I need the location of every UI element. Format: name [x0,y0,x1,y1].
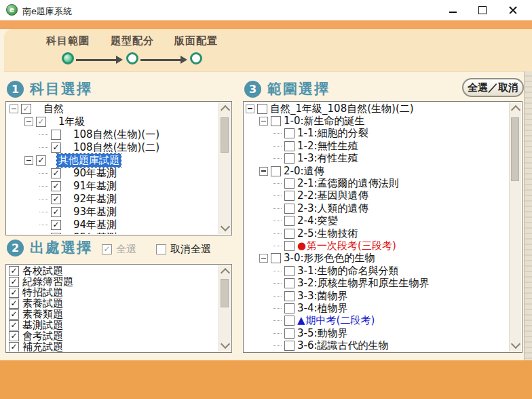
tree-checkbox[interactable]: ✓ [284,241,294,251]
tree-checkbox[interactable]: ✓ [51,207,61,217]
scroll-up-icon[interactable] [221,268,230,278]
tree-item-label[interactable]: 93年基測 [72,206,118,218]
tree-checkbox[interactable]: ✓ [284,278,294,288]
tree-checkbox[interactable]: ✓ [257,104,267,114]
tree-item-label[interactable]: 95年基測 [72,231,118,234]
tree-checkbox[interactable]: ✓ [284,291,294,301]
source-scrollbar[interactable] [218,265,231,352]
tree-item-label[interactable]: 3-2:原核生物界和原生生物界 [296,277,431,290]
tree-item-label[interactable]: 自然 [42,102,65,115]
tree-row[interactable]: ✓1年級 [7,115,219,128]
tree-item-label[interactable]: 2-1:孟德爾的遺傳法則 [296,177,400,190]
tree-checkbox[interactable]: ✓ [271,166,281,176]
checkbox-icon[interactable]: ✓ [156,244,166,254]
scope-scrollbar[interactable] [509,102,521,352]
tree-row[interactable]: ✓2-3:人類的遺傳 [244,202,510,214]
tree-checkbox[interactable]: ✓ [271,253,281,263]
tree-checkbox[interactable]: ✓ [51,168,61,178]
tree-item-label[interactable]: 91年基測 [72,180,118,193]
tree-checkbox[interactable]: ✓ [284,328,294,339]
tree-row[interactable]: ✓94年基測 [7,218,219,231]
tree-item-label[interactable]: 2-4:突變 [296,214,339,227]
tree-item-label[interactable]: 2-2:基因與遺傳 [296,189,370,202]
tree-item-label[interactable]: 1年級 [57,115,87,128]
tree-item-label[interactable]: 1-1:細胞的分裂 [296,127,370,140]
tree-checkbox[interactable]: ✓ [271,116,281,126]
list-checkbox[interactable]: ✓ [9,309,19,320]
tree-item-label[interactable]: 3-5:動物界 [296,327,349,340]
tree-item-label[interactable]: 1-0:新生命的誕生 [282,115,366,128]
checkbox-icon[interactable]: ✓ [102,244,112,254]
tree-expander-icon[interactable] [24,117,33,126]
tree-checkbox[interactable]: ✓ [51,142,61,153]
tree-checkbox[interactable]: ✓ [51,233,61,234]
list-checkbox[interactable]: ✓ [9,342,19,352]
tree-checkbox[interactable]: ✓ [284,178,294,189]
list-item[interactable]: ✓補充試題 [7,341,219,352]
scrollbar-thumb[interactable] [511,117,519,181]
tree-row[interactable]: ✓90年基測 [7,167,219,180]
tree-row[interactable]: ✓3-3:菌物界 [244,290,510,302]
tree-item-label[interactable]: 其他題庫試題 [57,154,121,167]
tree-checkbox[interactable]: ✓ [51,220,61,230]
tree-item-label[interactable]: 3-3:菌物界 [296,290,349,303]
tree-row[interactable]: ✓●第一次段考(三段考) [244,240,510,252]
scrollbar-thumb[interactable] [221,279,229,307]
tree-checkbox[interactable]: ✓ [21,104,31,114]
tree-checkbox[interactable]: ✓ [36,117,46,127]
tree-checkbox[interactable]: ✓ [284,229,294,239]
list-checkbox[interactable]: ✓ [9,266,19,276]
tree-expander-icon[interactable] [259,167,268,176]
scrollbar-thumb[interactable] [221,117,229,153]
tree-row[interactable]: ✓3-1:生物的命名與分類 [244,265,510,277]
tree-item-label[interactable]: 94年基測 [72,218,118,231]
tree-checkbox[interactable]: ✓ [284,316,294,326]
list-item-label[interactable]: 補充試題 [21,341,64,352]
tree-checkbox[interactable]: ✓ [36,155,46,166]
tree-item-label[interactable]: 1-3:有性生殖 [296,152,360,165]
scroll-down-icon[interactable] [511,339,520,349]
close-icon[interactable] [507,4,519,16]
tree-item-label[interactable]: ●第一次段考(三段考) [296,240,398,252]
select-all-checkbox[interactable]: ✓ 全選 [102,243,136,256]
tree-item-label[interactable]: 108自然(生物)(二) [72,141,161,154]
tree-row[interactable]: ✓1-2:無性生殖 [244,140,510,152]
tree-row[interactable]: ✓2-1:孟德爾的遺傳法則 [244,177,510,189]
tree-row[interactable]: ✓93年基測 [7,206,219,218]
tree-row[interactable]: ✓108自然(生物)(一) [7,128,219,141]
minimize-icon[interactable] [446,4,459,16]
tree-row[interactable]: ✓108自然(生物)(二) [7,141,219,154]
tree-item-label[interactable]: 3-1:生物的命名與分類 [296,265,400,278]
tree-checkbox[interactable]: ✓ [284,141,294,151]
tree-checkbox[interactable]: ✓ [284,153,294,164]
tree-expander-icon[interactable] [259,254,268,263]
list-checkbox[interactable]: ✓ [9,277,19,287]
tree-row[interactable]: ✓3-0:形形色色的生物 [244,252,510,265]
tree-item-label[interactable]: 90年基測 [72,167,118,180]
scroll-up-icon[interactable] [221,105,230,115]
tree-checkbox[interactable]: ✓ [51,194,61,204]
tree-expander-icon[interactable] [246,104,254,113]
select-all-toggle-button[interactable]: 全選／取消 [462,78,524,97]
tree-item-label[interactable]: 2-0:遺傳 [282,165,326,178]
tree-checkbox[interactable]: ✓ [284,204,294,214]
tree-checkbox[interactable]: ✓ [284,216,294,226]
deselect-all-checkbox[interactable]: ✓ 取消全選 [156,243,211,256]
tree-item-label[interactable]: 1-2:無性生殖 [296,140,360,153]
tree-checkbox[interactable]: ✓ [51,181,61,191]
tree-row[interactable]: ✓1-0:新生命的誕生 [244,115,510,127]
tree-checkbox[interactable]: ✓ [284,191,294,201]
tree-item-label[interactable]: 2-3:人類的遺傳 [296,202,370,215]
tree-row[interactable]: ✓92年基測 [7,193,219,206]
tree-expander-icon[interactable] [259,117,268,126]
tree-checkbox[interactable]: ✓ [284,303,294,314]
tree-row[interactable]: ✓▲期中考(二段考) [244,315,510,327]
tree-row[interactable]: ✓2-0:遺傳 [244,165,510,177]
list-checkbox[interactable]: ✓ [9,331,19,341]
tree-item-label[interactable]: 92年基測 [72,193,118,206]
scroll-down-icon[interactable] [221,339,230,349]
scroll-up-icon[interactable] [511,105,520,115]
tree-checkbox[interactable]: ✓ [284,266,294,276]
tree-item-label[interactable]: 自然_1年級_108自然(生物)(二) [269,102,415,115]
tree-row[interactable]: ✓3-5:動物界 [244,327,510,339]
